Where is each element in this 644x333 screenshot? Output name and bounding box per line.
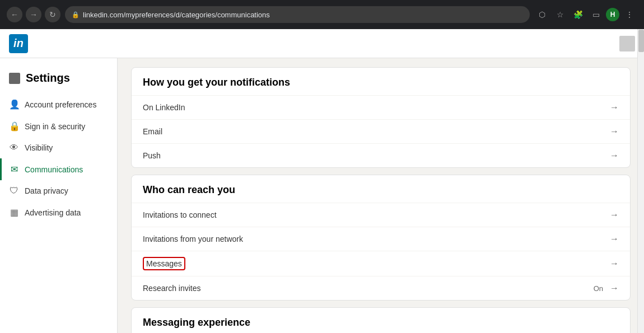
research-invites-status: On → (594, 283, 619, 293)
sidebar-item-communications[interactable]: ✉ Communications (0, 158, 117, 180)
messages-item[interactable]: Messages → (132, 251, 630, 276)
sidebar-item-label: Communications (25, 165, 83, 174)
main-container: Settings 👤 Account preferences 🔒 Sign in… (0, 58, 644, 333)
messaging-section-title: Messaging experience (132, 308, 630, 333)
linkedin-header: in (0, 29, 644, 58)
sidebar-item-label: Advertising data (25, 208, 81, 217)
person-icon: 👤 (9, 99, 19, 110)
address-bar[interactable]: 🔒 linkedin.com/mypreferences/d/categorie… (65, 6, 530, 23)
content-area: How you get your notifications On Linked… (118, 58, 644, 333)
scrollbar-thumb[interactable] (638, 30, 644, 52)
messages-item-left: Messages (143, 258, 185, 269)
browser-chrome: ← → ↻ 🔒 linkedin.com/mypreferences/d/cat… (0, 0, 644, 29)
sidebar-toggle-icon[interactable]: ▭ (588, 7, 604, 22)
lock-nav-icon: 🔒 (9, 121, 19, 132)
envelope-icon: ✉ (9, 164, 19, 175)
messages-highlight: Messages (143, 257, 185, 270)
cast-icon[interactable]: ⬡ (534, 7, 550, 22)
sidebar: Settings 👤 Account preferences 🔒 Sign in… (0, 58, 118, 333)
arrow-icon: → (610, 259, 619, 269)
arrow-icon: → (610, 126, 619, 137)
browser-actions: ⬡ ☆ 🧩 ▭ H ⋮ (534, 7, 637, 22)
sidebar-item-account-preferences[interactable]: 👤 Account preferences (0, 93, 117, 115)
push-item[interactable]: Push → (132, 144, 630, 167)
eye-icon: 👁 (9, 143, 19, 153)
reload-button[interactable]: ↻ (45, 7, 60, 22)
linkedin-logo[interactable]: in (9, 34, 28, 53)
sidebar-item-label: Sign in & security (25, 122, 85, 131)
research-invites-item[interactable]: Research invites On → (132, 276, 630, 300)
invitations-connect-item[interactable]: Invitations to connect → (132, 203, 630, 227)
back-button[interactable]: ← (7, 7, 22, 22)
arrow-icon: → (610, 234, 619, 244)
scrollbar-track[interactable] (637, 29, 644, 333)
address-text: linkedin.com/mypreferences/d/categories/… (83, 11, 270, 19)
messaging-section: Messaging experience Read receipts and t… (131, 307, 631, 333)
grid-icon: ▦ (9, 207, 19, 218)
sidebar-item-visibility[interactable]: 👁 Visibility (0, 137, 117, 158)
arrow-icon: → (610, 151, 619, 161)
header-avatar (619, 36, 635, 51)
email-item[interactable]: Email → (132, 120, 630, 144)
forward-button[interactable]: → (26, 7, 41, 22)
bookmark-icon[interactable]: ☆ (552, 7, 568, 22)
notifications-section: How you get your notifications On Linked… (131, 67, 631, 168)
arrow-icon: → (610, 210, 619, 220)
arrow-icon: → (610, 102, 619, 112)
arrow-icon: → (610, 283, 619, 293)
menu-icon[interactable]: ⋮ (622, 7, 637, 22)
settings-title: Settings (26, 72, 70, 85)
sidebar-item-label: Account preferences (25, 100, 96, 109)
browser-profile-button[interactable]: H (606, 8, 619, 21)
notifications-section-title: How you get your notifications (132, 68, 630, 96)
sidebar-item-data-privacy[interactable]: 🛡 Data privacy (0, 180, 117, 201)
sidebar-item-advertising-data[interactable]: ▦ Advertising data (0, 201, 117, 223)
sidebar-item-label: Visibility (25, 143, 53, 152)
sidebar-item-sign-in-security[interactable]: 🔒 Sign in & security (0, 115, 117, 137)
browser-controls: ← → ↻ (7, 7, 60, 22)
reach-section-title: Who can reach you (132, 175, 630, 203)
on-linkedin-item[interactable]: On LinkedIn → (132, 96, 630, 120)
shield-icon: 🛡 (9, 186, 19, 196)
settings-header: Settings (0, 67, 117, 93)
extensions-icon[interactable]: 🧩 (570, 7, 586, 22)
invitations-network-item[interactable]: Invitations from your network → (132, 227, 630, 251)
reach-section: Who can reach you Invitations to connect… (131, 175, 631, 301)
lock-icon: 🔒 (72, 11, 80, 18)
sidebar-item-label: Data privacy (25, 186, 68, 195)
settings-icon (9, 73, 20, 84)
